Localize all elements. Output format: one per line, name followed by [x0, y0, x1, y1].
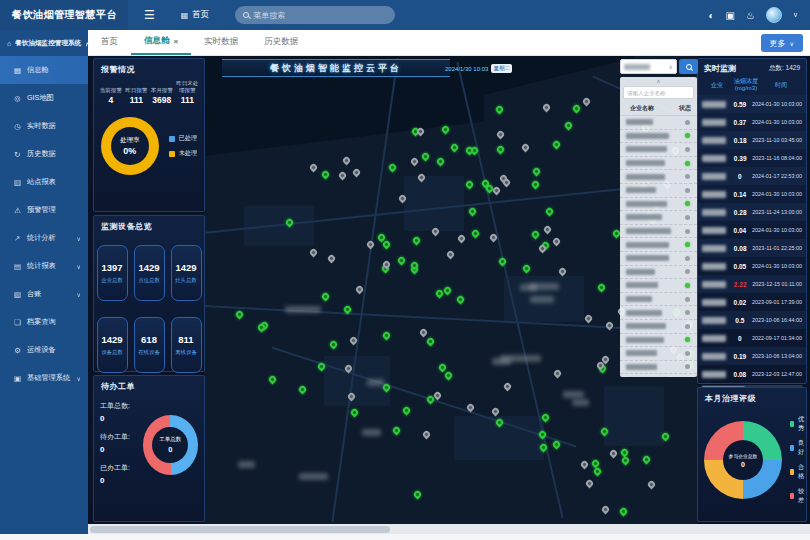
map-pin-green[interactable]: [421, 152, 431, 162]
map-pin-gray[interactable]: [601, 505, 611, 515]
sidebar-item-6[interactable]: ⚠预警管理: [0, 196, 88, 224]
map-pin-gray[interactable]: [542, 225, 552, 235]
map-pin-green[interactable]: [465, 180, 475, 190]
flame-icon[interactable]: ♨: [746, 10, 755, 21]
tab-close-icon[interactable]: ×: [174, 37, 179, 46]
map-pin-gray[interactable]: [503, 382, 513, 392]
company-list-item[interactable]: [620, 361, 697, 375]
sidebar-item-12[interactable]: ▣基础管理系统∨: [0, 364, 88, 392]
map-pin-green[interactable]: [494, 104, 504, 114]
breadcrumb-home[interactable]: ▦ 首页: [181, 9, 210, 21]
company-list-item[interactable]: [620, 211, 697, 225]
map-pin-gray[interactable]: [309, 247, 319, 257]
map-pin-gray[interactable]: [542, 102, 552, 112]
realtime-row[interactable]: 0.042024-01-30 10:03:00: [698, 221, 806, 239]
map-pin-green[interactable]: [391, 426, 401, 436]
map-pin-gray[interactable]: [422, 429, 432, 439]
map-pin-green[interactable]: [618, 507, 628, 517]
map-pin-green[interactable]: [531, 179, 541, 189]
map-pin-green[interactable]: [564, 120, 574, 130]
map-pin-green[interactable]: [401, 406, 411, 416]
sidebar-item-4[interactable]: ↻历史数据: [0, 140, 88, 168]
company-list-item[interactable]: [620, 374, 697, 377]
sidebar-item-8[interactable]: ▤统计报表∨: [0, 252, 88, 280]
map-pin-gray[interactable]: [365, 240, 375, 250]
menu-search-input[interactable]: [253, 11, 387, 20]
company-list-item[interactable]: [620, 279, 697, 293]
map-pin-green[interactable]: [412, 235, 422, 245]
map-pin-gray[interactable]: [495, 129, 505, 139]
tab-4[interactable]: 历史数据: [251, 29, 311, 55]
hamburger-menu-icon[interactable]: ☰: [144, 8, 155, 22]
sidebar-item-11[interactable]: ⚙运维设备: [0, 336, 88, 364]
company-search-button[interactable]: [679, 59, 698, 74]
map-pin-green[interactable]: [544, 207, 554, 217]
realtime-row[interactable]: 02024-01-17 22:53:00: [698, 167, 806, 185]
realtime-row[interactable]: 0.142024-01-30 10:03:00: [698, 185, 806, 203]
tab-3[interactable]: 实时数据: [191, 29, 251, 55]
map-pin-green[interactable]: [321, 292, 331, 302]
map-pin-gray[interactable]: [552, 237, 562, 247]
sidebar-item-7[interactable]: ↗统计分析∨: [0, 224, 88, 252]
realtime-row[interactable]: 0.022023-09-01 17:39:00: [698, 293, 806, 311]
map-pin-green[interactable]: [442, 286, 452, 296]
map-pin-green[interactable]: [396, 256, 406, 266]
map-pin-gray[interactable]: [341, 155, 351, 165]
realtime-row[interactable]: 0.392023-11-16 08:04:00: [698, 149, 806, 167]
map-pin-green[interactable]: [531, 167, 541, 177]
company-list-item[interactable]: [620, 320, 697, 334]
company-list-item[interactable]: [620, 198, 697, 212]
map-pin-gray[interactable]: [502, 178, 512, 188]
realtime-row[interactable]: 0.052024-01-30 10:03:00: [698, 257, 806, 275]
theme-icon[interactable]: ◐: [708, 10, 714, 21]
map-pin-green[interactable]: [426, 336, 436, 346]
map-pin-green[interactable]: [456, 295, 466, 305]
map-pin-green[interactable]: [381, 331, 391, 341]
company-name-input[interactable]: [623, 86, 694, 99]
company-list-item[interactable]: [620, 347, 697, 361]
map-pin-gray[interactable]: [491, 406, 501, 416]
map-pin-green[interactable]: [621, 456, 631, 466]
realtime-row[interactable]: 0.082023-11-01 22:25:00: [698, 239, 806, 257]
scrollbar-thumb[interactable]: [90, 526, 390, 533]
company-list-item[interactable]: [620, 306, 697, 320]
company-filter-select[interactable]: ∨: [620, 59, 677, 74]
map-pin-green[interactable]: [349, 408, 359, 418]
more-button[interactable]: 更多 ∨: [761, 34, 803, 52]
company-list-item[interactable]: [620, 225, 697, 239]
menu-search-box[interactable]: [235, 6, 395, 24]
chevron-down-icon[interactable]: ∨: [793, 11, 798, 19]
tab-1[interactable]: 首页: [88, 29, 131, 55]
map-pin-green[interactable]: [496, 144, 506, 154]
map-pin-gray[interactable]: [351, 167, 361, 177]
apps-icon[interactable]: ▣: [725, 10, 734, 21]
company-list-item[interactable]: [620, 238, 697, 252]
map-pin-green[interactable]: [470, 228, 480, 238]
map-pin-green[interactable]: [388, 163, 398, 173]
map-pin-green[interactable]: [321, 170, 331, 180]
map-pin-gray[interactable]: [457, 233, 467, 243]
map-pin-green[interactable]: [597, 283, 607, 293]
map-pin-green[interactable]: [268, 374, 278, 384]
realtime-row[interactable]: 0.372024-01-30 10:03:00: [698, 113, 806, 131]
company-list-item[interactable]: [620, 334, 697, 348]
realtime-row[interactable]: 0.52023-10-06 16:44:00: [698, 311, 806, 329]
collapse-handle[interactable]: ∧: [620, 77, 697, 86]
map-pin-gray[interactable]: [338, 170, 348, 180]
map-pin-green[interactable]: [552, 139, 562, 149]
horizontal-scrollbar[interactable]: [88, 524, 810, 534]
map-pin-green[interactable]: [530, 229, 540, 239]
company-list-item[interactable]: [620, 293, 697, 307]
map-pin-green[interactable]: [444, 370, 454, 380]
map-pin-gray[interactable]: [309, 163, 319, 173]
company-list-item[interactable]: [620, 266, 697, 280]
map-pin-green[interactable]: [498, 256, 508, 266]
sidebar-item-2[interactable]: ◎GIS地图: [0, 84, 88, 112]
company-list-item[interactable]: [620, 143, 697, 157]
realtime-row[interactable]: 2.222023-12-15 01:11:00: [698, 275, 806, 293]
map-pin-green[interactable]: [521, 264, 531, 274]
map-pin-green[interactable]: [234, 310, 244, 320]
sidebar-item-1[interactable]: ▦信息舱: [0, 56, 88, 84]
map-pin-gray[interactable]: [552, 369, 562, 379]
map-pin-gray[interactable]: [445, 249, 455, 259]
